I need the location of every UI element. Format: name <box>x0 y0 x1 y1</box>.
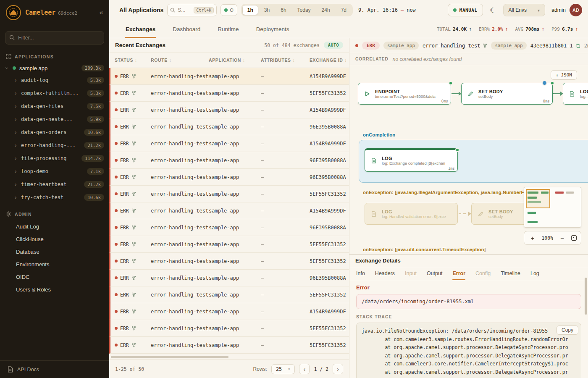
detail-tab[interactable]: Input <box>405 267 417 280</box>
next-page-button[interactable]: › <box>333 364 343 374</box>
manual-refresh-button[interactable]: MANUAL <box>448 4 483 16</box>
main-tab[interactable]: Runtime <box>217 20 239 38</box>
auto-refresh-badge[interactable]: AUTO <box>324 42 343 49</box>
log-icon <box>369 156 378 165</box>
sidebar-route-item[interactable]: › loop-demo 7.1k <box>0 165 109 178</box>
column-header[interactable]: APPLICATION ↕ <box>209 58 261 63</box>
sidebar-route-item[interactable]: › complex-fulfillm... 5.3k <box>0 87 109 100</box>
table-row[interactable]: ERR error-handling-test sample-app — A15… <box>109 135 349 152</box>
sidebar-admin-item[interactable]: ClickHouse <box>0 233 109 245</box>
sidebar-item-sample-app[interactable]: › sample app 209.3k <box>0 63 109 74</box>
table-row[interactable]: ERR error-handling-test sample-app — 5EF… <box>109 320 349 337</box>
sidebar-route-item[interactable]: › data-gen-files 7.5k <box>0 100 109 113</box>
date-range[interactable]: 9. Apr. 16:16 – now <box>357 7 417 13</box>
table-row[interactable]: ERR error-handling-test sample-app — 5EF… <box>109 186 349 202</box>
main-tab[interactable]: Exchanges <box>125 20 156 38</box>
avatar[interactable]: AD <box>570 4 582 16</box>
table-row[interactable]: ERR error-handling-test sample-app — 96E… <box>109 152 349 169</box>
api-docs-link[interactable]: API Docs <box>0 360 109 378</box>
error-dot <box>115 310 118 313</box>
table-row[interactable]: ERR error-handling-test sample-app — 96E… <box>109 118 349 135</box>
sidebar-route-item[interactable]: › data-gen-orders 10.6k <box>0 126 109 139</box>
table-row[interactable]: ERR error-handling-test sample-app — 5EF… <box>109 337 349 354</box>
detail-tab[interactable]: Log <box>530 267 539 280</box>
diagram-node-oncompletion-log[interactable]: LOG log: Exchange completed [${exchan 1m… <box>365 148 458 172</box>
table-row[interactable]: ERR error-handling-test sample-app — 5EF… <box>109 85 349 102</box>
copy-icon[interactable] <box>575 43 580 48</box>
environment-select[interactable]: All Envs ▾ <box>503 4 545 16</box>
time-range-button[interactable]: 24h <box>317 5 335 15</box>
table-row[interactable]: ERR error-handling-test sample-app — 96E… <box>109 169 349 186</box>
sidebar-admin-item[interactable]: Users & Roles <box>0 283 109 296</box>
table-row[interactable]: ERR error-handling-test sample-app — A15… <box>109 68 349 85</box>
exchange-id[interactable]: 43ee9811b801-1 <box>530 43 580 49</box>
table-row[interactable]: ERR error-handling-test sample-app — 96E… <box>109 270 349 286</box>
error-dot <box>115 260 118 262</box>
detail-tab[interactable]: Config <box>475 267 491 280</box>
sidebar-route-item[interactable]: › audit-log 5.3k <box>0 74 109 87</box>
sidebar-route-item[interactable]: › file-processing 114.7k <box>0 152 109 165</box>
sidebar-route-item[interactable]: › data-gen-neste... 5.9k <box>0 113 109 126</box>
table-row[interactable]: ERR error-handling-test sample-app — 5EF… <box>109 286 349 303</box>
detail-tab[interactable]: Timeline <box>501 267 520 280</box>
column-header[interactable]: ATTRIBUTES ↕ <box>261 58 310 63</box>
horizontal-scrollbar-thumb[interactable] <box>111 356 228 358</box>
admin-section-header: ADMIN <box>0 204 109 220</box>
table-row[interactable]: ERR error-handling-test sample-app — A15… <box>109 202 349 219</box>
time-range-button[interactable]: 1h <box>242 5 258 15</box>
route-count-badge: 21.2k <box>84 181 104 188</box>
dark-mode-toggle[interactable]: ☾ <box>487 4 499 16</box>
sidebar-admin-item[interactable]: Environments <box>0 258 109 270</box>
zoom-out-button[interactable]: − <box>558 234 567 242</box>
detail-tab[interactable]: Info <box>356 267 365 280</box>
time-range-button[interactable]: 7d <box>336 5 352 15</box>
sidebar-admin-item[interactable]: Audit Log <box>0 220 109 233</box>
column-header[interactable]: EXCHANGE ID ↕ <box>310 58 349 63</box>
sidebar-admin-item[interactable]: Database <box>0 245 109 258</box>
diagram-node-exception-log[interactable]: LOG log: Handled validation error: ${exc… <box>365 203 458 225</box>
column-header[interactable]: ROUTE ↕ <box>151 58 209 63</box>
detail-tab[interactable]: Error <box>452 267 465 280</box>
rows-per-page-select[interactable]: 25 ▾ <box>271 364 295 374</box>
sidebar-admin-item[interactable]: OIDC <box>0 270 109 283</box>
detail-tab[interactable]: Headers <box>375 267 395 280</box>
table-row[interactable]: ERR error-handling-test sample-app — 5EF… <box>109 253 349 270</box>
diagram-node-setbody[interactable]: SET BODY setBody 0ms <box>461 83 553 105</box>
column-header[interactable]: STATUS ↕ <box>115 58 151 63</box>
error-dot <box>115 176 118 178</box>
sidebar-route-item[interactable]: › timer-heartbeat 21.2k <box>0 178 109 191</box>
minimap-viewport[interactable] <box>526 189 550 208</box>
sidebar-route-item[interactable]: › try-catch-test 10.6k <box>0 191 109 204</box>
zoom-in-button[interactable]: + <box>528 234 537 242</box>
route-diagram-canvas[interactable]: ↓ JSON ENDPOINT timer:errorTest?period=5… <box>349 65 588 254</box>
table-row[interactable]: ERR error-handling-test sample-app — 96E… <box>109 219 349 236</box>
search-input[interactable]: S... Ctrl+K <box>167 4 217 16</box>
download-json-button[interactable]: ↓ JSON <box>551 70 577 80</box>
main-tab[interactable]: Dashboard <box>172 20 201 38</box>
vertical-scrollbar-thumb[interactable] <box>585 278 587 315</box>
detail-tab[interactable]: Output <box>427 267 443 280</box>
time-range-button[interactable]: 6h <box>276 5 291 15</box>
fit-view-button[interactable] <box>571 235 577 241</box>
diagram-node-log[interactable]: LOG log: Sta <box>563 83 588 105</box>
table-row[interactable]: ERR error-handling-test sample-app — A15… <box>109 303 349 320</box>
stat-item: AVG 708ms ↑ <box>515 26 544 32</box>
trend-up-icon: ↑ <box>541 26 544 32</box>
errors-only-toggle[interactable]: O <box>220 4 237 16</box>
diagram-minimap[interactable] <box>524 187 581 228</box>
table-row[interactable]: ERR error-handling-test sample-app — 5EF… <box>109 236 349 253</box>
route-fork-icon <box>483 43 487 48</box>
table-row[interactable]: ERR error-handling-test sample-app — A15… <box>109 102 349 118</box>
prev-page-button[interactable]: ‹ <box>299 364 310 374</box>
time-range-button[interactable]: 3h <box>259 5 275 15</box>
detail-route[interactable]: error-handling-test <box>423 43 487 49</box>
time-range-button[interactable]: Today <box>292 5 316 15</box>
sidebar-collapse-icon[interactable]: « <box>100 8 103 17</box>
trend-up-icon: ↑ <box>469 26 472 32</box>
filter-input[interactable] <box>5 31 104 45</box>
sidebar-route-item[interactable]: › error-handling-... 21.2k <box>0 139 109 152</box>
copy-stack-trace-button[interactable]: Copy <box>556 326 578 335</box>
brand: Cameleer 69dcce2 <box>25 9 77 16</box>
diagram-node-endpoint[interactable]: ENDPOINT timer:errorTest?period=5000&del… <box>358 83 451 105</box>
main-tab[interactable]: Deployments <box>255 20 290 38</box>
